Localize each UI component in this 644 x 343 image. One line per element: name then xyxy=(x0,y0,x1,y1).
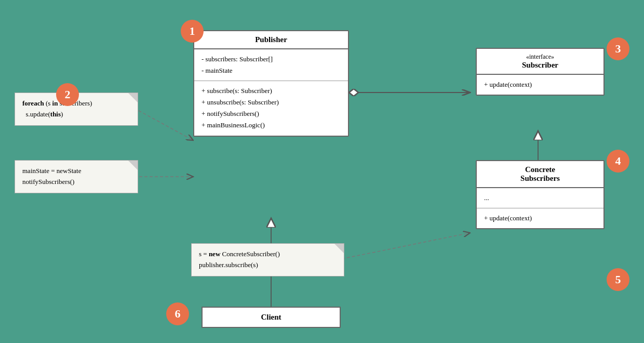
svg-line-6 xyxy=(342,233,470,259)
badge-6: 6 xyxy=(166,302,189,325)
badge-4: 4 xyxy=(607,150,629,173)
badge-2: 2 xyxy=(56,83,79,106)
subscriber-box: «interface» Subscriber + update(context) xyxy=(476,48,605,96)
note-concrete-subscriber: s = new ConcreteSubscriber() publisher.s… xyxy=(191,243,344,276)
publisher-title: Publisher xyxy=(194,31,348,49)
subscriber-header: «interface» Subscriber xyxy=(477,49,603,75)
concrete-subscribers-box: ConcreteSubscribers ... + update(context… xyxy=(476,160,605,229)
concrete-methods: + update(context) xyxy=(477,208,603,228)
subscriber-methods: + update(context) xyxy=(477,75,603,95)
concrete-title: ConcreteSubscribers xyxy=(477,161,603,188)
badge-3: 3 xyxy=(607,37,629,60)
badge-5: 5 xyxy=(607,268,629,291)
publisher-methods: + subscribe(s: Subscriber) + unsubscribe… xyxy=(194,81,348,135)
client-label: Client xyxy=(261,313,281,321)
client-box: Client xyxy=(202,307,341,328)
svg-line-2 xyxy=(134,108,193,140)
publisher-box: Publisher - subscribers: Subscriber[] - … xyxy=(193,30,349,137)
note-mainstate: mainState = newState notifySubscribers() xyxy=(15,160,138,193)
concrete-fields: ... xyxy=(477,188,603,208)
badge-1: 1 xyxy=(181,20,204,43)
publisher-fields: - subscribers: Subscriber[] - mainState xyxy=(194,49,348,81)
